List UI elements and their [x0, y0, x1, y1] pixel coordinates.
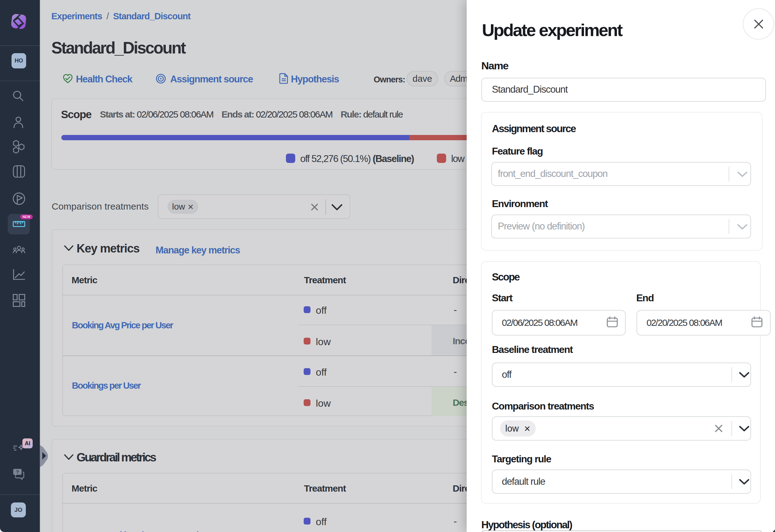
svg-text:?: ? — [16, 469, 19, 474]
